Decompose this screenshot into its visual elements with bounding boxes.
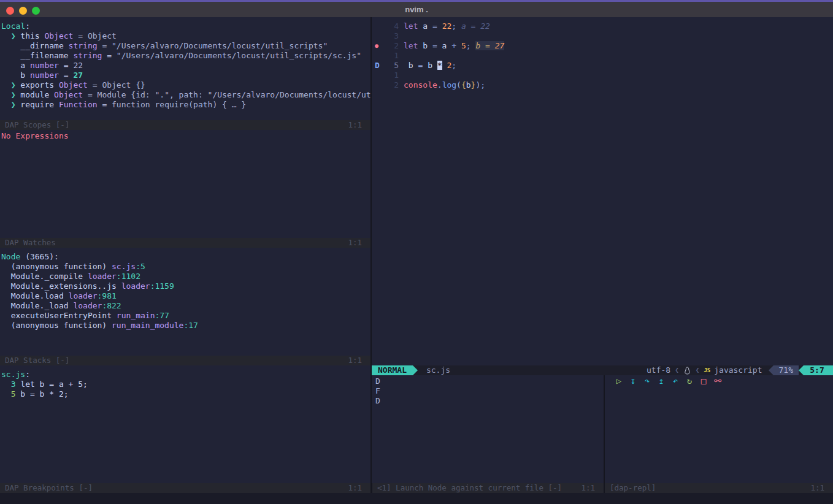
code-token: b (418, 41, 432, 50)
dap-scopes-pane[interactable]: Local: ❯ this Object = Object __dirname … (0, 17, 370, 120)
text-line[interactable]: ❯ exports Object = Object {} (1, 80, 370, 90)
sign-column (373, 51, 385, 61)
step-out-icon[interactable]: ↥ (657, 376, 666, 386)
step-into-icon[interactable]: ↧ (629, 376, 637, 386)
text-line[interactable]: Module._extensions..js loader:1159 (1, 281, 370, 291)
text-segment: run_main_module (112, 321, 183, 330)
line-number: 5 (385, 61, 399, 71)
restart-icon[interactable]: ↻ (685, 376, 694, 386)
text-line[interactable]: ❯ module Object = Module {id: ".", path:… (1, 90, 370, 100)
statusline: NORMAL sc.js utf-8 ❮ ❮ JS javascript 71%… (372, 365, 833, 375)
code-token: ( (456, 80, 461, 90)
text-segment: ❯ (11, 80, 21, 90)
text-segment: 27 (73, 71, 83, 80)
code-editor[interactable]: 4let a = 22; a = 22 3●2let b = a + 5; b … (372, 17, 833, 365)
step-over-icon[interactable]: ↷ (643, 376, 651, 386)
code-token: a (437, 41, 451, 50)
statusline-title: <1] Launch Node against current file [-] (377, 483, 562, 493)
os-penguin-icon (684, 367, 691, 375)
dap-breakpoints-pane[interactable]: sc.js: 3 let b = a + 5; 5 b = b * 2; (0, 365, 370, 483)
editor-line[interactable]: D5 b = b * 2; (373, 61, 833, 71)
text-segment: string (69, 41, 102, 50)
text-segment: (anonymous function) (1, 321, 112, 330)
powerline-separator-icon (769, 365, 774, 375)
text-segment: loader (69, 291, 98, 300)
text-line[interactable]: ❯ this Object = Object (1, 31, 370, 41)
code-token: let (404, 21, 418, 31)
dapui-left-column: Local: ❯ this Object = Object __dirname … (0, 17, 370, 493)
angle-separator-icon: ❮ (696, 365, 700, 375)
text-segment: Function (59, 100, 102, 109)
text-line[interactable]: Module._load loader:822 (1, 301, 370, 311)
code-token: b (404, 61, 418, 70)
code-token: = (432, 41, 437, 50)
dap-stacks-pane[interactable]: Node (3665): (anonymous function) sc.js:… (0, 248, 370, 356)
text-line[interactable]: ❯ require Function = function require(pa… (1, 100, 370, 110)
javascript-filetype-icon: JS (704, 365, 710, 375)
text-segment: F (375, 386, 380, 395)
command-line (0, 493, 833, 504)
code-token: = (432, 21, 437, 31)
text-segment: module (20, 90, 54, 99)
text-line[interactable]: (anonymous function) run_main_module:17 (1, 321, 370, 330)
text-segment: :1102 (117, 272, 140, 281)
step-back-icon[interactable]: ↶ (671, 376, 680, 386)
editor-line[interactable]: 1 (373, 71, 833, 80)
encoding-label: utf-8 (647, 365, 670, 375)
text-line[interactable]: Module._compile loader:1102 (1, 272, 370, 281)
text-line[interactable]: a number = 22 (1, 61, 370, 71)
code-token (437, 21, 442, 31)
text-segment: Module._load (1, 301, 73, 310)
editor-line[interactable]: ●2let b = a + 5; b = 27 (373, 41, 833, 51)
text-segment: Module.load (1, 291, 69, 300)
editor-line[interactable]: 1 (373, 51, 833, 61)
text-line[interactable]: 5 b = b * 2; (1, 389, 370, 399)
statusline-title: DAP Breakpoints [-] (5, 483, 93, 493)
line-number: 1 (385, 51, 399, 61)
line-number: 3 (385, 31, 399, 41)
sign-column (373, 21, 385, 31)
text-line[interactable]: Module.load loader:981 (1, 291, 370, 301)
code-text: let b = a + 5; b = 27 (404, 41, 504, 51)
code-token: ; (480, 80, 485, 90)
text-segment: = Object (78, 31, 117, 40)
filetype-label: javascript (714, 365, 762, 375)
cursor-position: 1:1 (348, 120, 362, 130)
stop-icon[interactable]: □ (699, 376, 708, 386)
editor-column: 4let a = 22; a = 22 3●2let b = a + 5; b … (372, 17, 833, 493)
dap-repl-pane[interactable]: ▷↧↷↥↶↻□⚯ (605, 375, 833, 483)
dap-watches-pane[interactable]: No Expressions (0, 130, 370, 238)
text-line[interactable]: __filename string = "/Users/alvaro/Docum… (1, 51, 370, 61)
dap-console-pane[interactable]: DFD (372, 375, 604, 483)
code-token: log (442, 80, 456, 90)
cursor: * (437, 61, 442, 70)
play-icon[interactable]: ▷ (615, 376, 623, 386)
editor-line[interactable]: 3 (373, 31, 833, 41)
disconnect-icon[interactable]: ⚯ (713, 376, 722, 386)
zoom-button[interactable] (32, 7, 40, 15)
editor-line[interactable]: 2console.log({b}); (373, 80, 833, 90)
code-token: 27 (495, 41, 505, 50)
text-line: No Expressions (1, 131, 370, 141)
sign-column (373, 31, 385, 41)
editor-line[interactable]: 4let a = 22; a = 22 (373, 21, 833, 31)
line-number: 4 (385, 21, 399, 31)
text-segment: : (25, 370, 30, 379)
text-segment: Module._extensions..js (1, 281, 121, 291)
statusline-title: DAP Stacks [-] (5, 356, 69, 365)
text-line[interactable]: b number = 27 (1, 71, 370, 80)
text-segment: :5 (136, 262, 145, 271)
debug-stopped-icon: D (373, 61, 385, 71)
text-segment: run_main (117, 311, 155, 320)
minimize-button[interactable] (19, 7, 27, 15)
cursor-position: 1:1 (581, 483, 595, 493)
text-line: Local: (1, 21, 370, 31)
sign-column (373, 80, 385, 90)
code-token: { (461, 80, 466, 90)
text-line[interactable]: 3 let b = a + 5; (1, 380, 370, 389)
text-line[interactable]: (anonymous function) sc.js:5 (1, 262, 370, 272)
text-line[interactable]: __dirname string = "/Users/alvaro/Docume… (1, 41, 370, 51)
close-button[interactable] (6, 7, 14, 15)
text-line[interactable]: executeUserEntryPoint run_main:77 (1, 311, 370, 321)
text-segment: Object (54, 90, 88, 99)
